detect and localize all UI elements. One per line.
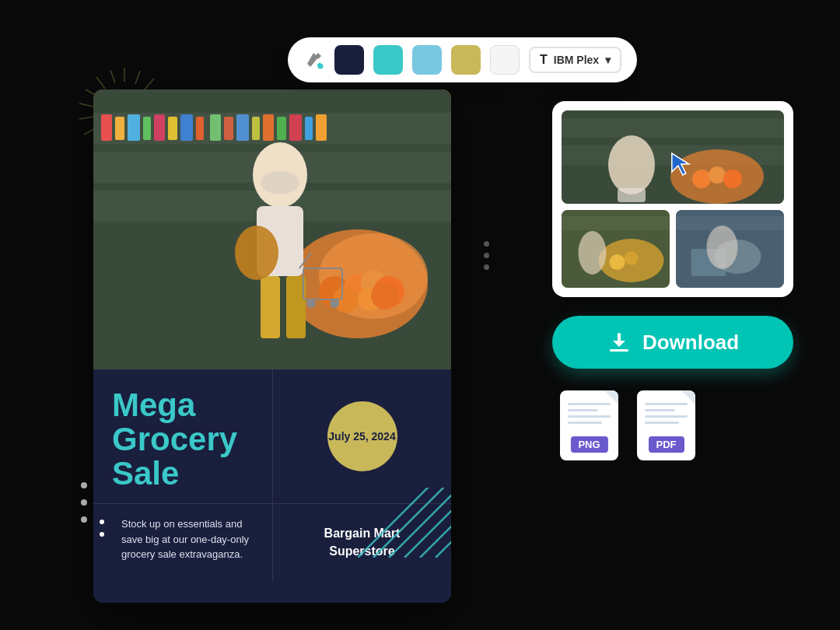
svg-point-58 bbox=[235, 226, 278, 280]
image-panel-thumbnails bbox=[562, 210, 784, 288]
color-swatch-teal[interactable] bbox=[373, 45, 403, 75]
svg-point-57 bbox=[261, 171, 299, 194]
poster-content: Mega Grocery Sale July 25, 2024 Stock up… bbox=[93, 369, 451, 581]
color-swatch-light-blue[interactable] bbox=[412, 45, 442, 75]
svg-rect-34 bbox=[252, 117, 260, 140]
poster-title: Mega Grocery Sale bbox=[112, 388, 257, 491]
svg-rect-90 bbox=[610, 349, 628, 352]
svg-rect-38 bbox=[305, 117, 313, 140]
download-button[interactable]: Download bbox=[552, 316, 793, 369]
svg-point-48 bbox=[371, 282, 399, 310]
svg-rect-51 bbox=[261, 276, 280, 338]
image-panel-top[interactable] bbox=[562, 110, 784, 204]
color-swatch-white[interactable] bbox=[490, 45, 520, 75]
svg-point-74 bbox=[709, 166, 726, 184]
pdf-file-icon: PDF bbox=[637, 390, 695, 460]
teal-lines-decoration bbox=[358, 488, 451, 581]
image-selector-panel[interactable] bbox=[552, 101, 793, 297]
svg-rect-30 bbox=[196, 117, 204, 140]
font-name-label: IBM Plex bbox=[554, 54, 599, 66]
svg-rect-24 bbox=[115, 117, 124, 140]
svg-rect-70 bbox=[562, 118, 784, 138]
svg-line-2 bbox=[135, 71, 140, 84]
poster-description: Stock up on essentials and save big at o… bbox=[112, 516, 260, 562]
svg-point-56 bbox=[330, 299, 339, 308]
svg-line-17 bbox=[96, 77, 105, 89]
svg-rect-80 bbox=[562, 216, 670, 230]
svg-line-63 bbox=[404, 488, 451, 558]
svg-line-3 bbox=[145, 79, 154, 89]
png-format-option[interactable]: PNG bbox=[560, 390, 618, 460]
svg-rect-26 bbox=[143, 117, 151, 140]
poster-title-cell: Mega Grocery Sale bbox=[93, 369, 272, 503]
poster-card: Mega Grocery Sale July 25, 2024 Stock up… bbox=[93, 89, 451, 603]
svg-rect-36 bbox=[277, 117, 286, 140]
color-swatch-gold[interactable] bbox=[451, 45, 481, 75]
svg-rect-39 bbox=[316, 114, 327, 141]
pdf-format-option[interactable]: PDF bbox=[637, 390, 695, 460]
cursor-icon bbox=[667, 150, 695, 185]
svg-rect-37 bbox=[289, 114, 302, 141]
svg-point-82 bbox=[610, 254, 625, 270]
svg-rect-23 bbox=[101, 114, 112, 141]
svg-rect-29 bbox=[180, 114, 193, 141]
svg-rect-86 bbox=[676, 216, 784, 230]
download-icon bbox=[607, 330, 632, 355]
left-decoration-dots bbox=[81, 482, 87, 523]
svg-rect-27 bbox=[154, 114, 165, 141]
file-format-options: PNG PDF bbox=[552, 390, 793, 460]
svg-point-76 bbox=[608, 135, 655, 194]
image-thumb-2[interactable] bbox=[676, 210, 784, 288]
color-font-toolbar: T IBM Plex ▾ bbox=[288, 37, 637, 82]
poster-date-cell: July 25, 2024 bbox=[272, 369, 451, 503]
svg-point-83 bbox=[625, 251, 639, 265]
chevron-down-icon: ▾ bbox=[605, 54, 611, 66]
svg-rect-32 bbox=[224, 117, 233, 140]
svg-rect-33 bbox=[236, 114, 249, 141]
poster-description-cell: Stock up on essentials and save big at o… bbox=[93, 503, 272, 581]
svg-marker-92 bbox=[613, 341, 625, 347]
description-dots bbox=[100, 520, 104, 537]
download-button-label: Download bbox=[642, 331, 739, 355]
svg-point-84 bbox=[579, 231, 607, 275]
paint-bucket-icon[interactable] bbox=[303, 49, 325, 71]
svg-line-66 bbox=[358, 488, 451, 558]
date-circle: July 25, 2024 bbox=[327, 401, 397, 471]
svg-rect-35 bbox=[263, 114, 274, 141]
image-thumb-1[interactable] bbox=[562, 210, 670, 288]
svg-rect-25 bbox=[128, 114, 140, 141]
font-selector[interactable]: T IBM Plex ▾ bbox=[529, 47, 621, 73]
png-label: PNG bbox=[570, 436, 607, 453]
svg-line-15 bbox=[79, 103, 93, 107]
right-panel: Download PNG bbox=[552, 101, 793, 460]
svg-line-14 bbox=[79, 117, 93, 119]
svg-line-18 bbox=[110, 70, 115, 83]
color-swatch-navy[interactable] bbox=[334, 45, 364, 75]
panel-connection-dots bbox=[484, 241, 489, 270]
pdf-label: PDF bbox=[649, 436, 684, 453]
font-icon: T bbox=[540, 53, 548, 67]
svg-point-55 bbox=[306, 299, 316, 308]
svg-line-64 bbox=[389, 488, 451, 558]
poster-image bbox=[93, 89, 451, 369]
svg-rect-28 bbox=[168, 117, 177, 140]
svg-point-89 bbox=[707, 226, 738, 269]
svg-point-75 bbox=[723, 170, 742, 188]
svg-marker-78 bbox=[672, 153, 689, 175]
png-file-icon: PNG bbox=[560, 390, 618, 460]
svg-rect-31 bbox=[210, 114, 221, 141]
svg-rect-77 bbox=[618, 188, 646, 202]
